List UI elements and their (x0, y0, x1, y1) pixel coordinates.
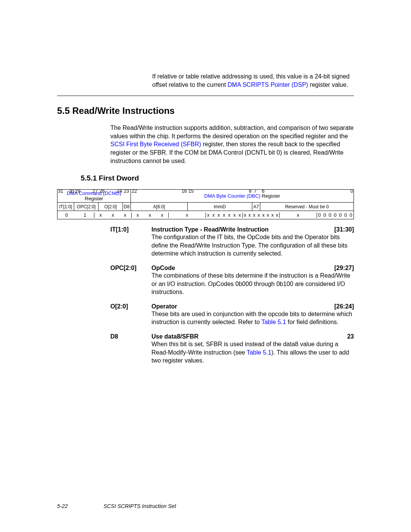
field-description-list: IT[1:0] Instruction Type - Read/Write In… (110, 226, 354, 365)
field-title: Operator (151, 303, 327, 310)
bit: x (132, 212, 144, 218)
field-body: OpCode [29:27] The combinations of these… (151, 265, 354, 296)
text: for field definitions. (286, 319, 339, 325)
cell-d8: D8 (123, 203, 131, 211)
field-item: O[2:0] Operator [26:24] These bits are u… (110, 303, 354, 326)
bits-immd: x x x x x x x x (242, 212, 279, 218)
bit: x (144, 212, 156, 218)
row-field-names: IT[1:0] OPC[2:0] O[2:0] D8 A[6:0] ImmD A… (57, 202, 354, 211)
bit-label: 24 (117, 189, 122, 194)
bit: x (107, 212, 119, 218)
intro-paragraph: If relative or table relative addressing… (152, 72, 354, 89)
field-description: When this bit is set, SFBR is used inste… (151, 340, 354, 365)
link-table[interactable]: Table 5.1 (247, 349, 271, 356)
bit-label: 22 (132, 189, 137, 194)
field-bit-range: [26:24] (334, 303, 354, 310)
bit: x (169, 212, 205, 218)
bit: x (252, 212, 256, 218)
bit: 0 (348, 212, 354, 218)
bits-it: 0 1 (57, 212, 94, 218)
link-table[interactable]: Table 5.1 (261, 319, 286, 325)
page: If relative or table relative addressing… (0, 0, 411, 532)
cell-opc: OPC[2:0] (74, 203, 98, 211)
bit: x (256, 212, 261, 218)
bit-label: 29 (75, 189, 80, 194)
field-item: D8 Use data8/SFBR 23 When this bit is se… (110, 333, 354, 365)
bits-opc: x x x (94, 212, 131, 218)
field-label: IT[1:0] (110, 226, 151, 258)
section-heading: 5.5 Read/Write Instructions (57, 105, 354, 116)
bit-label: 27 (92, 189, 98, 194)
field-item: IT[1:0] Instruction Type - Read/Write In… (110, 226, 354, 258)
bit: 1 (76, 212, 94, 218)
field-bit-range: [29:27] (334, 265, 354, 272)
field-item: OPC[2:0] OpCode [29:27] The combinations… (110, 265, 354, 296)
field-body: Use data8/SFBR 23 When this bit is set, … (151, 333, 354, 365)
link-sfbr[interactable]: SCSI First Byte Received (SFBR) (110, 141, 201, 147)
cell-a: A[6:0] (131, 203, 187, 211)
bit: x (206, 212, 211, 218)
bit: x (94, 212, 107, 218)
bits-d8: x (168, 212, 205, 218)
section-divider (57, 96, 354, 96)
field-description: The configuration of the IT bits, the Op… (151, 233, 354, 258)
bit: x (237, 212, 242, 218)
field-description: The combinations of these bits determine… (151, 272, 354, 296)
bit-label: 0 (350, 189, 353, 194)
field-title: Instruction Type - Read/Write Instructio… (151, 226, 327, 233)
text: Register (260, 193, 280, 199)
bit: x (261, 212, 266, 218)
cell-immd: ImmD (187, 203, 252, 211)
text: Register (85, 196, 103, 201)
bit: x (156, 212, 168, 218)
page-number: 5-22 (57, 503, 68, 509)
bit-label: 15 (188, 189, 194, 194)
bit: x (232, 212, 237, 218)
bit-label: 30 (69, 189, 74, 194)
bit-label: 23 (124, 189, 129, 194)
bit: x (211, 212, 216, 218)
bit: x (216, 212, 221, 218)
field-bit-range: 23 (347, 333, 354, 340)
section-paragraph: The Read/Write instruction supports addi… (110, 124, 354, 165)
bit-label: 7 (254, 189, 256, 194)
bit: x (275, 212, 279, 218)
bit: x (266, 212, 270, 218)
subsection-heading: 5.5.1 First Dword (81, 174, 354, 182)
link-dma-scripts-pointer[interactable]: DMA SCRIPTS Pointer (DSP) (228, 81, 308, 88)
field-body: Operator [26:24] These bits are used in … (151, 303, 354, 326)
bit: 0 (333, 212, 338, 218)
field-label: O[2:0] (110, 303, 151, 326)
bit: x (243, 212, 247, 218)
field-label: OPC[2:0] (110, 265, 151, 296)
bit: x (280, 212, 316, 218)
bit: 0 (343, 212, 348, 218)
bit-label: 26 (99, 189, 105, 194)
bits-o: x x x (131, 212, 168, 218)
bit-label: 6 (262, 189, 264, 194)
bit-layout-table: 31 30 29 27 26 24 23 22 16 15 8 (57, 189, 354, 219)
doc-title: SCSI SCRIPTS Instruction Set (104, 503, 176, 509)
bit: x (119, 212, 131, 218)
row-bit-values: 0 1 x x x x x x x x x (57, 211, 354, 219)
bit: x (221, 212, 227, 218)
bit: 0 (327, 212, 333, 218)
bit: x (227, 212, 232, 218)
link-dbc[interactable]: DMA Byte Counter (DBC) (204, 193, 260, 199)
field-bit-range: [31:30] (334, 226, 354, 233)
bit: 0 (322, 212, 327, 218)
bit: x (270, 212, 275, 218)
cell-dbc: DMA Byte Counter (DBC) Register (131, 190, 354, 202)
page-footer: 5-22 SCSI SCRIPTS Instruction Set (57, 503, 176, 509)
bit: 0 (338, 212, 343, 218)
bits-reserved: 0 0 0 0 0 0 0 (317, 212, 354, 218)
field-title: Use data8/SFBR (151, 333, 339, 340)
bit: 0 (317, 212, 322, 218)
text: register value. (308, 81, 348, 88)
field-title: OpCode (151, 265, 327, 272)
bit: x (247, 212, 252, 218)
bit-label: 8 (249, 189, 252, 194)
field-label: D8 (110, 333, 151, 365)
cell-reserved: Reserved - Must be 0 (260, 203, 354, 211)
bit-label: 16 (182, 189, 187, 194)
